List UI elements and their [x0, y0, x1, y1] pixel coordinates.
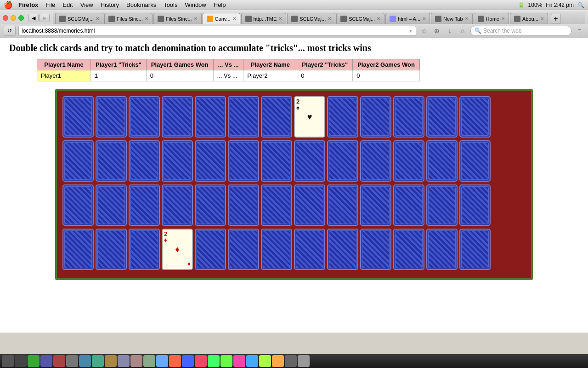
- back-button[interactable]: ◀: [28, 14, 39, 22]
- tab-sclgmaj3[interactable]: SCLGMaj... ✕: [336, 13, 384, 24]
- player2-name-input[interactable]: [247, 72, 293, 79]
- search-bar[interactable]: 🔍 Search the web: [470, 26, 571, 36]
- card-0-5[interactable]: [228, 96, 259, 138]
- home-icon[interactable]: ⌂: [458, 26, 468, 36]
- card-3-10[interactable]: [393, 229, 424, 270]
- card-0-3[interactable]: [162, 96, 193, 138]
- card-0-2[interactable]: [129, 96, 160, 138]
- new-tab-button[interactable]: +: [551, 14, 561, 24]
- tab-close-button[interactable]: ✕: [96, 16, 99, 21]
- forward-button[interactable]: ▶: [40, 14, 50, 22]
- card-2-10[interactable]: [393, 184, 424, 226]
- card-1-6[interactable]: [261, 140, 292, 182]
- menu-tools[interactable]: Tools: [164, 1, 177, 8]
- card-0-12[interactable]: [459, 96, 491, 138]
- window-minimize-button[interactable]: [11, 15, 16, 21]
- card-2-11[interactable]: [426, 184, 458, 226]
- card-2-8[interactable]: [327, 184, 358, 226]
- card-1-11[interactable]: [426, 140, 458, 182]
- card-3-5[interactable]: [228, 229, 259, 270]
- card-2-1[interactable]: [96, 184, 127, 226]
- tab-about[interactable]: Abou... ✕: [510, 13, 548, 24]
- tab-close-button[interactable]: ✕: [194, 16, 198, 21]
- tab-close-button[interactable]: ✕: [422, 16, 426, 21]
- card-1-10[interactable]: [393, 140, 424, 182]
- tab-close-button[interactable]: ✕: [377, 16, 380, 21]
- bookmark-save-icon[interactable]: ⊕: [432, 26, 442, 36]
- reload-button[interactable]: ↺: [4, 26, 16, 36]
- card-3-11[interactable]: [426, 229, 458, 270]
- menu-history[interactable]: History: [101, 1, 119, 8]
- card-0-11[interactable]: [426, 96, 458, 138]
- menu-edit[interactable]: Edit: [62, 1, 73, 8]
- card-3-3-face[interactable]: 2 ♦ ♦ ♦: [162, 229, 193, 270]
- card-1-12[interactable]: [459, 140, 491, 182]
- tab-close-button[interactable]: ✕: [328, 16, 331, 21]
- card-0-10[interactable]: [393, 96, 424, 138]
- card-0-6[interactable]: [261, 96, 292, 138]
- card-2-3[interactable]: [162, 184, 193, 226]
- card-3-0[interactable]: [62, 229, 94, 270]
- card-1-5[interactable]: [228, 140, 259, 182]
- card-2-7[interactable]: [294, 184, 325, 226]
- apple-menu[interactable]: 🍎: [4, 0, 13, 9]
- menu-file[interactable]: File: [45, 1, 55, 8]
- tab-filessync1[interactable]: Files Sinc... ✕: [104, 13, 153, 24]
- card-2-9[interactable]: [360, 184, 391, 226]
- card-0-4[interactable]: [195, 96, 226, 138]
- card-3-2[interactable]: [129, 229, 160, 270]
- player1-name-input[interactable]: [41, 72, 87, 79]
- tab-sclgmaj1[interactable]: SCLGMaj... ✕: [55, 13, 103, 24]
- card-1-2[interactable]: [129, 140, 160, 182]
- tab-close-button[interactable]: ✕: [501, 16, 505, 21]
- tab-canvas-active[interactable]: Canv... ✕: [203, 13, 240, 24]
- card-0-8[interactable]: [327, 96, 358, 138]
- card-1-7[interactable]: [294, 140, 325, 182]
- card-0-0[interactable]: [62, 96, 94, 138]
- card-2-5[interactable]: [228, 184, 259, 226]
- tab-close-button[interactable]: ✕: [145, 16, 148, 21]
- search-icon[interactable]: 🔍: [577, 2, 584, 8]
- player1-name-cell[interactable]: [37, 70, 91, 81]
- card-3-4[interactable]: [195, 229, 226, 270]
- window-maximize-button[interactable]: [18, 15, 24, 21]
- menu-firefox[interactable]: Firefox: [18, 1, 38, 8]
- tab-sclgmaj2[interactable]: SCLGMaj... ✕: [287, 13, 335, 24]
- card-1-0[interactable]: [62, 140, 94, 182]
- tab-close-button[interactable]: ✕: [232, 16, 236, 21]
- card-0-7-face[interactable]: 2 ♠ ♥: [294, 96, 325, 138]
- menu-bookmarks[interactable]: Bookmarks: [126, 1, 156, 8]
- card-2-0[interactable]: [62, 184, 94, 226]
- card-2-12[interactable]: [459, 184, 491, 226]
- tab-filessync2[interactable]: Files Sinc... ✕: [153, 13, 202, 24]
- tab-close-button[interactable]: ✕: [278, 16, 282, 21]
- card-0-1[interactable]: [96, 96, 127, 138]
- card-3-9[interactable]: [360, 229, 391, 270]
- card-2-6[interactable]: [261, 184, 292, 226]
- url-bar[interactable]: localhost:8888/memories.html ▼: [18, 26, 416, 36]
- card-1-3[interactable]: [162, 140, 193, 182]
- card-2-4[interactable]: [195, 184, 226, 226]
- bookmark-star-icon[interactable]: ☆: [419, 26, 429, 36]
- card-1-9[interactable]: [360, 140, 391, 182]
- card-3-8[interactable]: [327, 229, 358, 270]
- card-1-8[interactable]: [327, 140, 358, 182]
- card-2-2[interactable]: [129, 184, 160, 226]
- tab-newtab[interactable]: New Tab ✕: [431, 13, 473, 24]
- download-icon[interactable]: ↓: [445, 26, 455, 36]
- player2-name-cell[interactable]: [243, 70, 297, 81]
- window-close-button[interactable]: [3, 15, 8, 21]
- menu-icon[interactable]: ≡: [574, 26, 584, 36]
- tab-close-button[interactable]: ✕: [465, 16, 469, 21]
- tab-html-about[interactable]: html – A... ✕: [385, 13, 430, 24]
- card-0-9[interactable]: [360, 96, 391, 138]
- card-3-7[interactable]: [294, 229, 325, 270]
- card-3-12[interactable]: [459, 229, 491, 270]
- card-1-4[interactable]: [195, 140, 226, 182]
- tab-http-tme[interactable]: http...TME ✕: [241, 13, 287, 24]
- menu-window[interactable]: Window: [185, 1, 206, 8]
- menu-view[interactable]: View: [80, 1, 93, 8]
- card-3-6[interactable]: [261, 229, 292, 270]
- card-3-1[interactable]: [96, 229, 127, 270]
- menu-help[interactable]: Help: [214, 1, 226, 8]
